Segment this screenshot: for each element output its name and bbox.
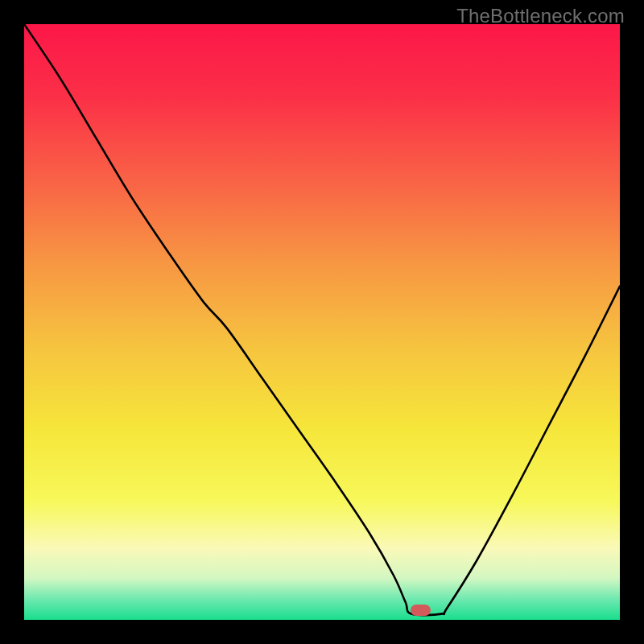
svg-rect-0 bbox=[24, 24, 620, 620]
chart-container: TheBottleneck.com bbox=[0, 0, 644, 644]
optimum-marker bbox=[411, 605, 431, 616]
gradient-background bbox=[24, 24, 620, 620]
plot-area bbox=[24, 24, 620, 620]
